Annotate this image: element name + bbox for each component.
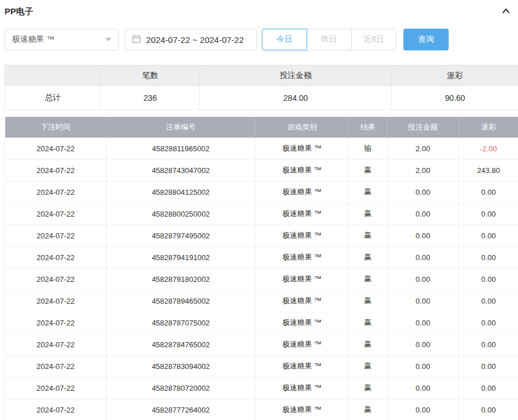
chevron-up-icon: [501, 6, 511, 18]
game-type-cell: 极速糖果 ™: [256, 246, 349, 268]
bet-records-table: 下注时间 注单编号 游戏类别 结果 投注金额 派彩 2024-07-224582…: [5, 117, 518, 420]
filter-bar: 极速糖果 ™ 2024-07-22 ~ 2024-07-22 今日昨日近8日 查…: [5, 29, 518, 50]
result-cell: 赢: [349, 377, 387, 399]
bet-amount-cell: 0.00: [387, 246, 459, 268]
quick-filter-last-8-days[interactable]: 近8日: [351, 29, 397, 50]
summary-header-bet-amount: 投注金额: [200, 65, 392, 86]
table-row: 2024-07-2245828777264002极速糖果 ™赢0.000.00: [5, 399, 518, 420]
payout-cell: 0.00: [459, 290, 518, 312]
order-id-cell: 45828777264002: [107, 399, 256, 420]
result-cell: 赢: [349, 399, 387, 420]
payout-cell: 0.00: [459, 181, 518, 203]
payout-cell: 0.00: [459, 377, 518, 399]
bet-time-cell: 2024-07-22: [5, 159, 107, 181]
order-id-cell: 45828791802002: [107, 268, 256, 290]
payout-cell: -2.00: [459, 138, 518, 159]
bet-table-header-row: 下注时间 注单编号 游戏类别 结果 投注金额 派彩: [5, 117, 518, 138]
quick-filter-today[interactable]: 今日: [262, 29, 307, 50]
summary-total-row: 总计 236 284.00 90.60: [5, 86, 518, 110]
table-row: 2024-07-2245828794191002极速糖果 ™赢0.000.00: [5, 246, 518, 268]
table-row: 2024-07-2245828791802002极速糖果 ™赢0.000.00: [5, 268, 518, 290]
bet-amount-cell: 0.00: [387, 290, 459, 312]
order-id-cell: 45828794191002: [107, 246, 256, 268]
result-cell: 赢: [349, 333, 387, 355]
table-row: 2024-07-2245828797495002极速糖果 ™赢0.000.00: [5, 225, 518, 246]
bet-amount-cell: 0.00: [387, 312, 459, 333]
order-id-cell: 45828811965002: [107, 138, 256, 159]
bet-time-cell: 2024-07-22: [5, 399, 107, 420]
game-type-cell: 极速糖果 ™: [256, 138, 349, 159]
quick-filter-yesterday[interactable]: 昨日: [307, 29, 352, 50]
date-range-value: 2024-07-22 ~ 2024-07-22: [146, 35, 244, 45]
bet-time-cell: 2024-07-22: [5, 225, 107, 246]
quick-filter-group: 今日昨日近8日: [262, 29, 397, 50]
order-id-cell: 45828743047002: [107, 159, 256, 181]
table-row: 2024-07-2245828789465002极速糖果 ™赢0.000.00: [5, 290, 518, 312]
game-select[interactable]: 极速糖果 ™: [5, 29, 119, 50]
result-cell: 赢: [349, 203, 387, 225]
result-cell: 赢: [349, 290, 387, 312]
result-cell: 赢: [349, 181, 387, 203]
payout-cell: 0.00: [459, 203, 518, 225]
summary-total-bet-amount: 284.00: [200, 86, 392, 110]
table-row: 2024-07-2245828787075002极速糖果 ™赢0.000.00: [5, 312, 518, 333]
game-type-cell: 极速糖果 ™: [256, 355, 349, 377]
order-id-cell: 45828800250002: [107, 203, 256, 225]
date-range-picker[interactable]: 2024-07-22 ~ 2024-07-22: [125, 29, 257, 50]
panel-header: PP电子: [5, 5, 518, 18]
payout-cell: 0.00: [459, 355, 518, 377]
summary-total-count: 236: [101, 86, 200, 110]
summary-header-payout: 派彩: [392, 65, 518, 86]
result-cell: 赢: [349, 246, 387, 268]
order-id-cell: 45828787075002: [107, 312, 256, 333]
query-button[interactable]: 查询: [403, 29, 449, 50]
bet-time-cell: 2024-07-22: [5, 268, 107, 290]
order-id-cell: 45828780720002: [107, 377, 256, 399]
pp-games-panel: PP电子 极速糖果 ™ 2024-07-22 ~ 2024-07-22 今日昨日…: [0, 0, 518, 420]
chevron-down-icon: [105, 38, 111, 41]
order-id-cell: 45828789465002: [107, 290, 256, 312]
payout-cell: 0.00: [459, 399, 518, 420]
game-type-cell: 极速糖果 ™: [256, 159, 349, 181]
game-type-cell: 极速糖果 ™: [256, 225, 349, 246]
game-type-cell: 极速糖果 ™: [256, 312, 349, 333]
header-result: 结果: [349, 117, 387, 138]
table-row: 2024-07-2245828784765002极速糖果 ™赢0.000.00: [5, 333, 518, 355]
table-row: 2024-07-2245828800250002极速糖果 ™赢0.000.00: [5, 203, 518, 225]
table-row: 2024-07-2245828804125002极速糖果 ™赢0.000.00: [5, 181, 518, 203]
order-id-cell: 45828784765002: [107, 333, 256, 355]
bet-time-cell: 2024-07-22: [5, 203, 107, 225]
table-row: 2024-07-2245828743047002极速糖果 ™赢2.00243.8…: [5, 159, 518, 181]
result-cell: 赢: [349, 268, 387, 290]
payout-cell: 0.00: [459, 333, 518, 355]
bet-amount-cell: 0.00: [387, 203, 459, 225]
bet-amount-cell: 0.00: [387, 355, 459, 377]
game-type-cell: 极速糖果 ™: [256, 333, 349, 355]
payout-cell: 0.00: [459, 312, 518, 333]
collapse-button[interactable]: [501, 6, 511, 18]
header-game-type: 游戏类别: [256, 117, 349, 138]
table-row: 2024-07-2245828783094002极速糖果 ™赢0.000.00: [5, 355, 518, 377]
header-payout: 派彩: [459, 117, 518, 138]
game-type-cell: 极速糖果 ™: [256, 181, 349, 203]
summary-table: 笔数 投注金额 派彩 总计 236 284.00 90.60: [5, 65, 518, 110]
header-bet-time: 下注时间: [5, 117, 107, 138]
bet-time-cell: 2024-07-22: [5, 333, 107, 355]
header-order-id: 注单编号: [107, 117, 256, 138]
bet-amount-cell: 0.00: [387, 399, 459, 420]
payout-cell: 0.00: [459, 225, 518, 246]
bet-amount-cell: 0.00: [387, 268, 459, 290]
bet-amount-cell: 0.00: [387, 225, 459, 246]
result-cell: 赢: [349, 159, 387, 181]
bet-amount-cell: 2.00: [387, 159, 459, 181]
result-cell: 赢: [349, 355, 387, 377]
bet-time-cell: 2024-07-22: [5, 246, 107, 268]
game-select-value: 极速糖果 ™: [12, 34, 54, 45]
summary-header-count: 笔数: [101, 65, 200, 86]
summary-total-label: 总计: [5, 86, 101, 110]
bet-time-cell: 2024-07-22: [5, 181, 107, 203]
calendar-icon: [132, 34, 141, 45]
order-id-cell: 45828804125002: [107, 181, 256, 203]
result-cell: 赢: [349, 225, 387, 246]
bet-amount-cell: 0.00: [387, 333, 459, 355]
